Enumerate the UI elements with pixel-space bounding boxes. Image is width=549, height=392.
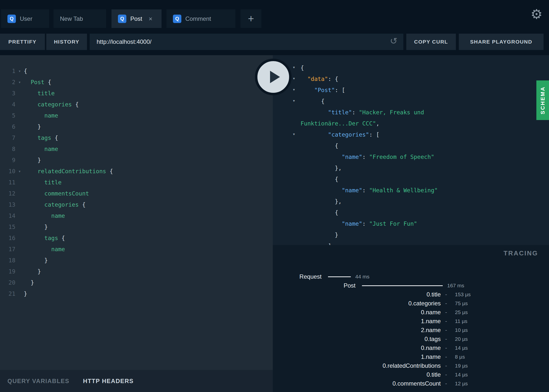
code-text: }: [24, 257, 48, 264]
token: [24, 90, 37, 97]
editor-line[interactable]: 18 }: [0, 255, 273, 266]
token: [24, 246, 51, 252]
response-line: Funktionäre...Der CCC",: [273, 118, 549, 129]
editor-line[interactable]: 16 tags {: [0, 232, 273, 244]
trace-time: 153 µs: [455, 292, 470, 297]
code-text: }: [24, 224, 48, 230]
trace-label: 0.name: [273, 344, 441, 351]
trace-dash: -: [445, 336, 447, 342]
fold-caret-icon[interactable]: ▾: [15, 169, 24, 174]
trace-label: 0.categories: [273, 300, 441, 307]
trace-time: 25 µs: [455, 309, 468, 315]
fold-caret-icon[interactable]: ▾: [293, 65, 295, 70]
editor-line[interactable]: 20 }: [0, 277, 273, 288]
fold-caret-icon[interactable]: ▾: [15, 80, 24, 85]
http-headers-tab[interactable]: HTTP HEADERS: [83, 378, 134, 385]
tab-new-tab[interactable]: New Tab: [54, 9, 106, 28]
editor-line[interactable]: 12 commentsCount: [0, 188, 273, 199]
fold-caret-icon[interactable]: ▾: [15, 69, 24, 74]
line-number: 4: [0, 101, 15, 108]
line-number: 12: [0, 190, 15, 197]
editor-line[interactable]: 11 title: [0, 177, 273, 188]
endpoint-url-input[interactable]: [90, 34, 403, 50]
editor-line[interactable]: 1▾{: [0, 65, 273, 76]
token: [24, 112, 44, 119]
prettify-button[interactable]: PRETTIFY: [0, 34, 45, 50]
editor-line[interactable]: 15 }: [0, 221, 273, 232]
trace-dash: -: [445, 327, 447, 333]
trace-label: 0.title: [273, 291, 441, 298]
trace-time: 44 ms: [355, 274, 369, 280]
editor-line[interactable]: 14 name: [0, 210, 273, 221]
editor-line[interactable]: 19 }: [0, 266, 273, 277]
response-line: "title": "Hacker, Freaks und: [273, 107, 549, 118]
trace-row: 0.commentsCount-12 µs: [273, 379, 549, 388]
tab-strip: Q User New Tab Q Post × Q Comment +: [0, 9, 261, 28]
trace-time: 10 µs: [455, 327, 468, 333]
token: [301, 109, 328, 116]
code-text: }: [24, 123, 41, 130]
editor-line[interactable]: 7 tags {: [0, 132, 273, 143]
token: [301, 131, 328, 138]
editor-line[interactable]: 13 categories {: [0, 199, 273, 210]
query-variables-tab[interactable]: QUERY VARIABLES: [7, 378, 69, 385]
code-text: name: [24, 146, 58, 152]
token: [24, 179, 44, 186]
editor-line[interactable]: 6 }: [0, 121, 273, 132]
code-text: Post {: [24, 79, 51, 85]
token: title: [44, 179, 61, 186]
token: {: [72, 101, 79, 108]
trace-dash: -: [445, 309, 447, 316]
editor-line[interactable]: 21}: [0, 288, 273, 299]
fold-caret-icon[interactable]: ▾: [293, 76, 295, 81]
trace-label: 0.relatedContributions: [273, 362, 441, 369]
token: Post: [31, 79, 44, 85]
schema-tab[interactable]: SCHEMA: [536, 80, 549, 120]
editor-line[interactable]: 9 }: [0, 154, 273, 166]
token: "name": [342, 220, 362, 227]
trace-label: 0.title: [273, 371, 441, 378]
refresh-schema-icon[interactable]: ↺: [390, 37, 397, 46]
token: "Health & Wellbeing": [369, 187, 438, 194]
editor-line[interactable]: 5 name: [0, 110, 273, 121]
editor-line[interactable]: 10▾ relatedContributions {: [0, 166, 273, 177]
fold-caret-icon[interactable]: ▾: [293, 87, 295, 92]
token: tags: [44, 235, 58, 241]
tracing-title: TRACING: [504, 249, 538, 257]
trace-dash: -: [445, 345, 447, 351]
line-number: 11: [0, 179, 15, 186]
close-tab-icon[interactable]: ×: [149, 16, 152, 22]
tab-post[interactable]: Q Post ×: [111, 9, 162, 28]
token: name: [44, 146, 58, 152]
token: "Freedom of Speech": [369, 154, 434, 160]
editor-line[interactable]: 3 title: [0, 88, 273, 99]
editor-line[interactable]: 17 name: [0, 244, 273, 255]
trace-time: 19 µs: [455, 363, 468, 369]
settings-gear-icon[interactable]: ⚙: [531, 7, 543, 21]
query-badge-icon: Q: [173, 15, 181, 23]
execute-query-button[interactable]: [255, 59, 292, 95]
trace-row: 0.relatedContributions-19 µs: [273, 361, 549, 370]
editor-line[interactable]: 8 name: [0, 143, 273, 154]
tab-comment[interactable]: Q Comment: [166, 9, 235, 28]
line-number: 2: [0, 79, 15, 85]
tracing-panel: TRACING Request44 msPost167 ms0.title-15…: [273, 245, 549, 392]
copy-curl-button[interactable]: COPY CURL: [406, 34, 456, 50]
token: name: [44, 112, 58, 119]
new-tab-button[interactable]: +: [241, 9, 261, 28]
token: [24, 213, 51, 219]
trace-row: Request44 ms: [273, 272, 549, 281]
share-playground-button[interactable]: SHARE PLAYGROUND: [459, 34, 544, 50]
editor-line[interactable]: 4 categories {: [0, 99, 273, 110]
token: {: [301, 209, 338, 216]
trace-label: Request: [273, 273, 322, 280]
query-editor[interactable]: 1▾{2▾ Post {3 title4 categories {5 name6…: [0, 55, 273, 370]
response-line: ]: [273, 240, 549, 245]
history-button[interactable]: HISTORY: [46, 34, 87, 50]
tab-user[interactable]: Q User: [1, 9, 49, 28]
code-text: }: [24, 279, 34, 286]
token: {: [301, 65, 304, 71]
editor-line[interactable]: 2▾ Post {: [0, 76, 273, 88]
fold-caret-icon[interactable]: ▾: [293, 132, 295, 136]
fold-caret-icon[interactable]: ▾: [293, 98, 295, 103]
